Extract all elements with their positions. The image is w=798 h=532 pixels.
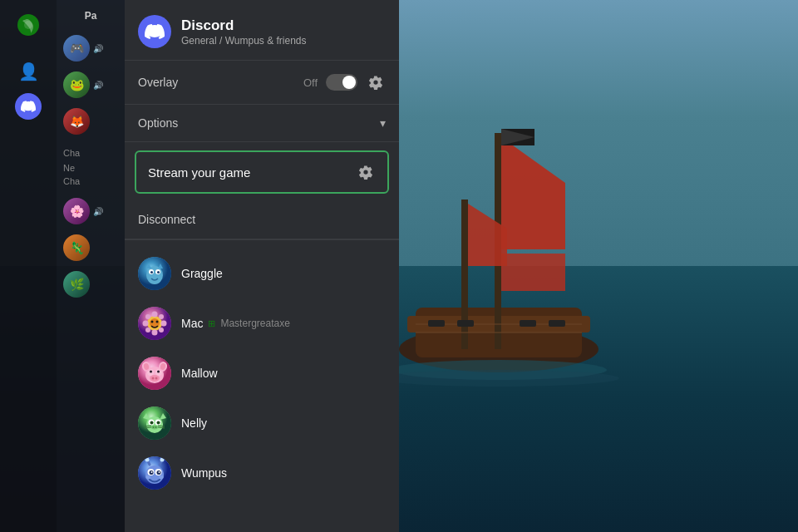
overlay-toggle[interactable] bbox=[326, 74, 357, 91]
svg-point-41 bbox=[151, 321, 154, 323]
svg-point-36 bbox=[161, 321, 167, 327]
user-item-mac[interactable]: Mac ⊞ Mastergreataxe bbox=[125, 298, 399, 348]
channel-name: General / Wumpus & friends bbox=[181, 35, 307, 47]
svg-rect-12 bbox=[428, 320, 445, 327]
app-name: Discord bbox=[181, 17, 307, 34]
chat-label-2: Ne bbox=[57, 163, 125, 173]
activity-item-5: 🦎 bbox=[57, 231, 125, 264]
activity-item-6: 🌿 bbox=[57, 268, 125, 301]
svg-point-61 bbox=[157, 421, 160, 425]
disconnect-row[interactable]: Disconnect bbox=[125, 200, 399, 239]
activity-item-2: 🐸 🔊 bbox=[57, 68, 125, 101]
activity-item-4: 🌸 🔊 bbox=[57, 195, 125, 228]
svg-point-63 bbox=[153, 426, 155, 428]
chat-label-1: Cha bbox=[57, 148, 125, 158]
svg-point-76 bbox=[160, 458, 165, 462]
svg-rect-14 bbox=[520, 320, 536, 327]
discord-sidebar-icon[interactable] bbox=[13, 91, 43, 121]
avatar-graggle bbox=[138, 257, 171, 290]
svg-point-51 bbox=[157, 371, 160, 373]
overlay-state: Off bbox=[303, 76, 318, 89]
activity-vol-2: 🔊 bbox=[93, 81, 103, 90]
activity-avatar-3: 🦊 bbox=[63, 108, 90, 135]
options-row[interactable]: Options ▾ bbox=[125, 105, 399, 142]
user-item-mallow[interactable]: Mallow bbox=[125, 348, 399, 398]
svg-point-37 bbox=[145, 314, 150, 319]
options-label: Options bbox=[138, 116, 178, 130]
activity-avatar-5: 🦎 bbox=[63, 234, 90, 261]
overlay-label: Overlay bbox=[138, 76, 178, 89]
user-info-nelly: Nelly bbox=[181, 416, 207, 430]
svg-point-49 bbox=[155, 377, 158, 380]
user-info-wumpus: Wumpus bbox=[181, 466, 227, 480]
xbox-badge-mac: ⊞ bbox=[208, 318, 215, 329]
svg-point-32 bbox=[150, 318, 160, 328]
svg-point-42 bbox=[156, 321, 159, 323]
activity-label: Pa bbox=[85, 10, 97, 22]
user-item-nelly[interactable]: Nelly bbox=[125, 398, 399, 448]
panel-header: Discord General / Wumpus & friends bbox=[125, 0, 399, 61]
avatar-mallow bbox=[138, 357, 171, 390]
svg-point-82 bbox=[159, 471, 160, 473]
header-text: Discord General / Wumpus & friends bbox=[181, 17, 307, 47]
user-name-mallow: Mallow bbox=[181, 367, 218, 380]
svg-point-27 bbox=[157, 271, 160, 273]
svg-point-83 bbox=[145, 475, 150, 479]
activity-item-3: 🦊 bbox=[57, 105, 125, 138]
user-name-wumpus: Wumpus bbox=[181, 466, 227, 480]
chevron-down-icon: ▾ bbox=[380, 116, 386, 130]
activity-vol-1: 🔊 bbox=[93, 44, 103, 53]
avatar-nelly bbox=[138, 406, 171, 440]
svg-point-33 bbox=[152, 312, 158, 318]
svg-marker-5 bbox=[501, 137, 565, 249]
svg-point-39 bbox=[145, 328, 150, 332]
svg-point-75 bbox=[145, 458, 150, 462]
svg-marker-6 bbox=[501, 254, 565, 291]
stream-settings-icon[interactable] bbox=[356, 162, 376, 182]
svg-point-47 bbox=[150, 375, 160, 382]
overlay-row: Overlay Off bbox=[125, 61, 399, 105]
xbox-logo-icon[interactable] bbox=[13, 10, 43, 40]
activity-sidebar: Pa 🎮 🔊 🐸 🔊 🦊 Cha Ne Cha 🌸 🔊 🦎 🌿 bbox=[57, 0, 125, 532]
svg-rect-15 bbox=[549, 320, 565, 327]
ship-scene bbox=[366, 66, 632, 416]
svg-point-48 bbox=[152, 377, 155, 380]
svg-point-26 bbox=[150, 271, 153, 273]
svg-rect-13 bbox=[457, 320, 474, 327]
svg-point-35 bbox=[143, 321, 149, 327]
activity-item-1: 🎮 🔊 bbox=[57, 32, 125, 65]
svg-point-60 bbox=[150, 421, 154, 425]
user-info-mac: Mac ⊞ Mastergreataxe bbox=[181, 317, 290, 330]
svg-point-81 bbox=[151, 471, 153, 473]
activity-vol-4: 🔊 bbox=[93, 207, 103, 216]
xbox-sidebar: 👤 bbox=[0, 0, 57, 532]
svg-point-40 bbox=[159, 328, 164, 332]
user-item-wumpus[interactable]: Wumpus bbox=[125, 448, 399, 498]
svg-point-38 bbox=[159, 314, 164, 319]
gamertag-mac: Mastergreataxe bbox=[220, 318, 289, 329]
svg-point-62 bbox=[151, 426, 158, 430]
activity-avatar-4: 🌸 bbox=[63, 198, 90, 224]
disconnect-label: Disconnect bbox=[138, 213, 195, 226]
activity-avatar-1: 🎮 bbox=[63, 35, 90, 62]
overlay-controls: Off bbox=[303, 72, 386, 92]
discord-panel: Discord General / Wumpus & friends Overl… bbox=[125, 0, 399, 532]
svg-point-50 bbox=[150, 371, 152, 373]
svg-point-34 bbox=[152, 330, 158, 336]
stream-label: Stream your game bbox=[148, 165, 250, 180]
discord-logo-icon bbox=[138, 15, 171, 48]
user-info-graggle: Graggle bbox=[181, 267, 223, 280]
person-icon[interactable]: 👤 bbox=[13, 57, 43, 86]
user-info-mallow: Mallow bbox=[181, 367, 218, 380]
activity-avatar-6: 🌿 bbox=[63, 271, 90, 298]
svg-point-84 bbox=[159, 475, 164, 479]
activity-avatar-2: 🐸 bbox=[63, 71, 90, 98]
stream-row[interactable]: Stream your game bbox=[135, 150, 389, 194]
user-name-mac: Mac bbox=[181, 317, 203, 330]
overlay-settings-button[interactable] bbox=[366, 72, 386, 92]
user-item-graggle[interactable]: Graggle bbox=[125, 249, 399, 298]
svg-point-23 bbox=[146, 266, 163, 284]
svg-point-21 bbox=[24, 21, 32, 29]
svg-point-17 bbox=[378, 370, 619, 387]
user-name-nelly: Nelly bbox=[181, 416, 207, 430]
